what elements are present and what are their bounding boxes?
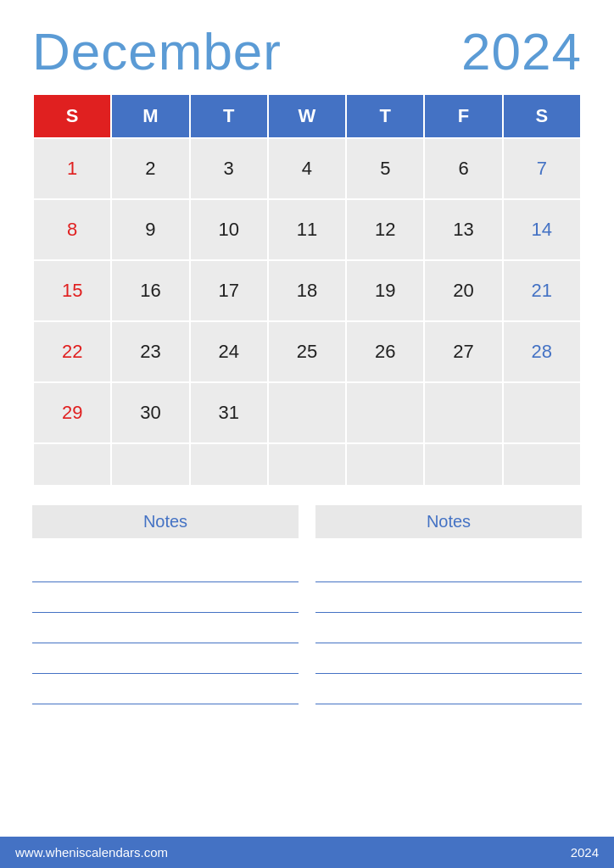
note-line-right-5[interactable] <box>315 674 582 704</box>
calendar-week-2: 8 9 10 11 12 13 14 <box>33 199 581 260</box>
day-31: 31 <box>190 382 268 443</box>
day-14: 14 <box>503 199 581 260</box>
day-empty-3 <box>424 382 502 443</box>
note-line-right-4[interactable] <box>315 643 582 674</box>
day-26: 26 <box>346 321 424 382</box>
note-line-left-5[interactable] <box>32 674 299 704</box>
note-line-left-2[interactable] <box>32 582 299 613</box>
calendar-week-1: 1 2 3 4 5 6 7 <box>33 138 581 199</box>
day-3: 3 <box>190 138 268 199</box>
day-19: 19 <box>346 260 424 321</box>
day-empty-1 <box>268 382 346 443</box>
day-12: 12 <box>346 199 424 260</box>
day-13: 13 <box>424 199 502 260</box>
calendar-extra-row <box>33 443 581 486</box>
notes-left-label: Notes <box>143 512 187 531</box>
note-line-left-1[interactable] <box>32 552 299 582</box>
day-9: 9 <box>111 199 189 260</box>
month-title: December <box>32 25 282 78</box>
calendar-header: December 2024 <box>32 25 582 78</box>
header-thursday: T <box>346 94 424 138</box>
day-18: 18 <box>268 260 346 321</box>
day-1: 1 <box>33 138 111 199</box>
extra-empty-7 <box>503 443 581 486</box>
day-22: 22 <box>33 321 111 382</box>
header-monday: M <box>111 94 189 138</box>
notes-left: Notes <box>32 505 299 704</box>
day-2: 2 <box>111 138 189 199</box>
calendar-table: S M T W T F S 1 2 3 4 5 6 7 8 <box>32 93 582 487</box>
day-16: 16 <box>111 260 189 321</box>
day-5: 5 <box>346 138 424 199</box>
day-7: 7 <box>503 138 581 199</box>
extra-empty-4 <box>268 443 346 486</box>
notes-left-lines <box>32 552 299 704</box>
day-empty-4 <box>503 382 581 443</box>
footer-year: 2024 <box>571 845 599 860</box>
notes-right-label: Notes <box>427 512 471 531</box>
note-line-left-3[interactable] <box>32 613 299 643</box>
year-title: 2024 <box>461 25 582 78</box>
day-17: 17 <box>190 260 268 321</box>
footer-url: www.wheniscalendars.com <box>15 845 168 860</box>
header-saturday: S <box>503 94 581 138</box>
page: December 2024 S M T W T F S 1 2 3 4 5 6 <box>0 0 614 868</box>
day-24: 24 <box>190 321 268 382</box>
header-tuesday: T <box>190 94 268 138</box>
note-line-left-4[interactable] <box>32 643 299 674</box>
calendar-week-4: 22 23 24 25 26 27 28 <box>33 321 581 382</box>
day-23: 23 <box>111 321 189 382</box>
day-empty-2 <box>346 382 424 443</box>
day-28: 28 <box>503 321 581 382</box>
notes-right-label-row: Notes <box>315 505 582 538</box>
bottom-section: Notes Notes <box>32 487 582 837</box>
extra-empty-2 <box>111 443 189 486</box>
day-27: 27 <box>424 321 502 382</box>
extra-empty-3 <box>190 443 268 486</box>
day-21: 21 <box>503 260 581 321</box>
day-29: 29 <box>33 382 111 443</box>
calendar-header-row: S M T W T F S <box>33 94 581 138</box>
calendar-week-3: 15 16 17 18 19 20 21 <box>33 260 581 321</box>
notes-left-label-row: Notes <box>32 505 299 538</box>
day-8: 8 <box>33 199 111 260</box>
extra-empty-1 <box>33 443 111 486</box>
calendar-week-5: 29 30 31 <box>33 382 581 443</box>
note-line-right-1[interactable] <box>315 552 582 582</box>
day-20: 20 <box>424 260 502 321</box>
extra-empty-5 <box>346 443 424 486</box>
day-11: 11 <box>268 199 346 260</box>
extra-empty-6 <box>424 443 502 486</box>
day-6: 6 <box>424 138 502 199</box>
header-wednesday: W <box>268 94 346 138</box>
header-sunday: S <box>33 94 111 138</box>
header-friday: F <box>424 94 502 138</box>
notes-right: Notes <box>315 505 582 704</box>
notes-right-lines <box>315 552 582 704</box>
day-10: 10 <box>190 199 268 260</box>
day-15: 15 <box>33 260 111 321</box>
notes-section: Notes Notes <box>32 505 582 704</box>
day-25: 25 <box>268 321 346 382</box>
footer: www.wheniscalendars.com 2024 <box>0 837 614 868</box>
day-4: 4 <box>268 138 346 199</box>
note-line-right-3[interactable] <box>315 613 582 643</box>
day-30: 30 <box>111 382 189 443</box>
note-line-right-2[interactable] <box>315 582 582 613</box>
